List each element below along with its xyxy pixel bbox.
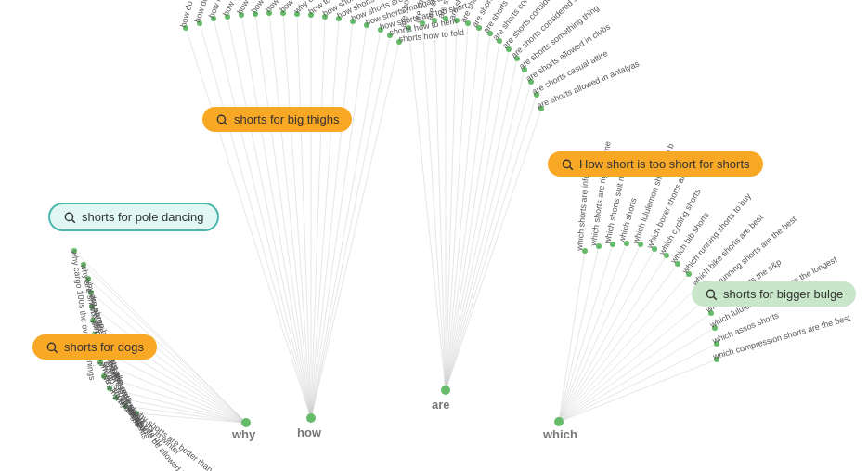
bigger-bulge-label: shorts for bigger bulge [723, 287, 843, 301]
svg-line-29 [446, 82, 531, 390]
svg-line-4 [241, 15, 311, 418]
svg-point-64 [554, 417, 564, 426]
svg-line-36 [559, 244, 641, 422]
hub-which-label: which [542, 427, 577, 441]
big-thighs-label: shorts for big thighs [234, 112, 339, 126]
svg-line-135 [55, 349, 58, 352]
svg-line-24 [446, 33, 490, 390]
svg-point-62 [441, 386, 450, 395]
svg-line-129 [72, 219, 75, 222]
svg-point-130 [563, 160, 570, 167]
bigger-bulge-bubble[interactable]: shorts for bigger bulge [692, 281, 856, 307]
svg-line-44 [559, 328, 715, 422]
how-short-bubble[interactable]: How short is too short for shorts [548, 151, 763, 177]
pole-dancing-label: shorts for pole dancing [82, 210, 204, 224]
pole-dancing-bubble[interactable]: shorts for pole dancing [48, 203, 219, 231]
hub-how-label: how [297, 425, 322, 439]
svg-point-126 [217, 115, 225, 123]
svg-line-27 [446, 59, 517, 390]
search-icon [215, 113, 228, 126]
svg-point-61 [306, 413, 316, 423]
svg-line-37 [559, 249, 654, 422]
how-short-label: How short is too short for shorts [579, 157, 750, 171]
svg-line-21 [446, 20, 457, 390]
svg-line-2 [214, 19, 311, 418]
svg-line-13 [311, 25, 367, 418]
svg-line-15 [311, 35, 390, 418]
svg-line-5 [255, 14, 311, 418]
hub-why-label: why [231, 427, 256, 441]
search-icon [561, 158, 574, 171]
svg-line-40 [559, 274, 689, 422]
svg-line-25 [446, 41, 499, 390]
svg-point-134 [47, 343, 55, 350]
radial-chart: how do shorts work how do shorts make mo… [0, 0, 868, 471]
search-icon [63, 211, 76, 224]
svg-point-128 [65, 213, 72, 220]
svg-line-3 [227, 17, 311, 418]
svg-line-43 [559, 313, 711, 422]
search-icon [705, 288, 718, 301]
svg-line-6 [269, 13, 311, 418]
svg-line-10 [311, 17, 325, 418]
svg-line-131 [570, 166, 573, 169]
svg-line-133 [714, 296, 717, 299]
svg-line-26 [446, 49, 509, 390]
svg-line-7 [283, 13, 311, 418]
search-icon [45, 341, 58, 354]
svg-line-8 [297, 14, 311, 418]
hub-are-label: are [432, 398, 450, 412]
svg-line-18 [422, 23, 446, 390]
dogs-bubble[interactable]: shorts for dogs [32, 334, 157, 360]
svg-line-28 [446, 70, 525, 390]
svg-line-127 [225, 122, 227, 124]
svg-point-63 [241, 418, 251, 427]
svg-point-132 [706, 290, 714, 297]
dogs-label: shorts for dogs [64, 340, 144, 354]
big-thighs-bubble[interactable]: shorts for big thighs [202, 107, 352, 132]
